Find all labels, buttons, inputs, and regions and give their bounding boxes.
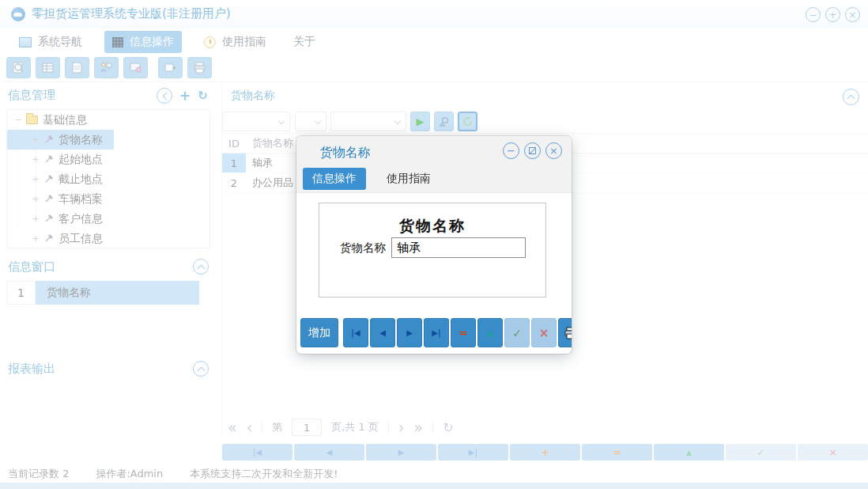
info-window-row[interactable]: 1 货物名称 [6,281,199,305]
collapse-left-button[interactable] [157,88,172,104]
grid-icon [112,37,123,47]
search-filter-button[interactable] [434,112,454,131]
divider [388,421,389,434]
tool-icon [43,214,54,224]
tree-node-root[interactable]: − 基础信息 [7,110,209,130]
window-controls: − + × [806,7,860,22]
dialog-minimize-button[interactable]: − [503,142,519,159]
dialog-tab-user-guide[interactable]: 使用指南 [377,168,440,190]
cancel-button[interactable]: × [531,318,557,347]
record-commit-button[interactable]: ✓ [726,444,796,461]
tree-node-vehicle-file[interactable]: + 车辆档案 [7,189,209,209]
collapse-expander[interactable]: − [13,115,23,125]
export-icon [164,61,177,74]
dialog-title: 货物名称 [320,145,371,161]
record-cancel-button[interactable]: × [798,444,868,461]
dialog-close-button[interactable]: × [545,142,562,159]
tool-icon [43,174,54,184]
tab-about[interactable]: 关于 [285,31,323,53]
last-page-button[interactable]: » [414,419,424,436]
chevron-up-icon [197,264,205,272]
cargo-name-dialog: 货物名称 − × 信息操作 使用指南 货物名称 货物名称 增加 |◀ [296,136,572,354]
tree-node-start-location[interactable]: + 起始地点 [7,150,209,169]
refresh-page-button[interactable]: ↻ [443,420,453,435]
edit-record-button[interactable]: = [451,318,476,347]
record-nav-toolbar: |◀ ◀ ▶ ▶| + = ▲ ✓ × [222,444,868,461]
status-bar: 当前记录数 2 操作者:Admin 本系统支持二次开发和全新开发! [0,465,868,483]
expand-expander[interactable]: + [31,214,40,224]
document-button[interactable] [65,57,89,78]
expand-expander[interactable]: + [31,135,40,145]
tool-icon [43,135,54,145]
collapse-info-window-button[interactable] [193,259,209,275]
tab-system-nav[interactable]: 系统导航 [11,31,90,53]
record-post-button[interactable]: ▲ [654,444,724,461]
export-button[interactable] [158,57,183,78]
refresh-tree-button[interactable]: ↻ [198,90,208,102]
tree-node-end-location[interactable]: + 截止地点 [7,169,209,189]
tree-node-employee-info[interactable]: + 员工信息 [7,229,209,248]
minimize-button[interactable]: − [806,7,821,22]
info-tree: − 基础信息 + 货物名称 + 起始地点 + [6,109,210,248]
expand-expander[interactable]: + [31,154,40,165]
tab-user-guide-label: 使用指南 [222,35,266,49]
cell-id: 2 [222,173,246,192]
expand-expander[interactable]: + [31,194,40,204]
filter-operator-select[interactable] [295,112,326,131]
record-edit-button[interactable]: = [582,444,652,461]
add-record-button[interactable]: 增加 [300,318,338,347]
nav-prev-button[interactable]: ◀ [370,318,395,347]
nav-next-button[interactable]: ▶ [397,318,422,347]
record-first-button[interactable]: |◀ [222,444,292,461]
commit-button[interactable]: ✓ [504,318,530,347]
cargo-name-input[interactable] [391,237,526,258]
cell-name: 办公用品 [246,176,293,190]
post-record-button[interactable]: ▲ [477,318,503,347]
pagination-bar: « ‹ 第 页,共 1 页 › » ↻ [228,417,454,438]
tab-info-operations[interactable]: 信息操作 [104,31,182,53]
add-node-button[interactable]: + [179,89,191,103]
page-number-input[interactable] [292,419,322,436]
dialog-controls: − × [503,142,562,159]
user-network-button[interactable] [94,57,119,78]
printer-button[interactable] [187,57,212,78]
run-query-button[interactable]: ▶ [410,112,430,131]
expand-expander[interactable]: + [31,174,40,184]
dialog-restore-button[interactable] [524,142,541,159]
next-page-button[interactable]: › [398,419,405,436]
chevron-down-icon [278,118,285,124]
record-next-button[interactable]: ▶ [366,444,436,461]
prev-page-button[interactable]: ‹ [247,419,253,436]
collapse-report-button[interactable] [193,361,209,377]
expand-expander[interactable]: + [31,233,40,244]
tool-icon [43,233,54,244]
collapse-main-panel-button[interactable] [843,89,859,105]
print-button[interactable] [558,318,572,347]
column-header-id[interactable]: ID [222,134,246,153]
table-view-button[interactable] [36,57,60,78]
close-button[interactable]: × [845,7,860,22]
table-icon [41,61,55,74]
column-header-name[interactable]: 货物名称 [246,136,293,150]
first-page-button[interactable]: « [228,419,237,436]
nav-first-button[interactable]: |◀ [343,318,368,347]
maximize-button[interactable]: + [825,7,840,22]
record-last-button[interactable]: ▶| [438,444,508,461]
search-doc-button[interactable] [6,57,31,78]
monitor-button[interactable] [123,57,148,78]
nav-last-button[interactable]: ▶| [424,318,449,347]
tree-node-root-label: 基础信息 [43,113,87,127]
record-add-button[interactable]: + [510,444,580,461]
tree-node-cargo-name[interactable]: + 货物名称 [7,130,209,150]
filter-value-select[interactable] [330,112,406,131]
tab-system-nav-label: 系统导航 [38,35,82,49]
tree-node-customer-info[interactable]: + 客户信息 [7,209,209,229]
dialog-tab-info-operations[interactable]: 信息操作 [303,168,366,190]
record-prev-button[interactable]: ◀ [294,444,364,461]
panel-title-report-output: 报表输出 [8,362,55,377]
filter-field-select[interactable] [222,112,290,131]
info-window-row-label: 货物名称 [36,281,199,305]
refresh-query-button[interactable] [458,112,477,131]
restore-icon [529,147,536,154]
tab-user-guide[interactable]: 使用指南 [196,31,274,53]
